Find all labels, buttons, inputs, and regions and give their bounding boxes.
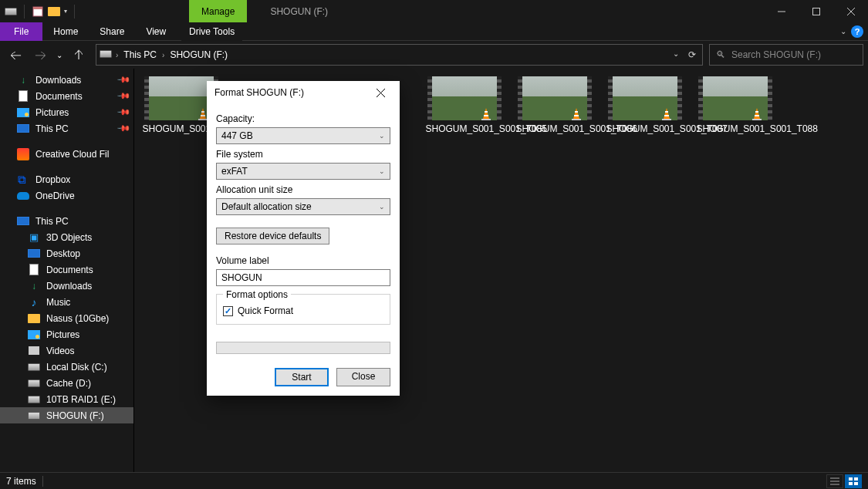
- separator: [24, 5, 25, 19]
- sidebar-location-item[interactable]: Pictures: [0, 326, 133, 342]
- svg-rect-25: [755, 115, 759, 116]
- volume-label-value: SHOGUN: [221, 272, 262, 283]
- format-options-group: Format options ✓ Quick Format: [216, 294, 390, 325]
- tab-view[interactable]: View: [135, 22, 177, 41]
- restore-defaults-button[interactable]: Restore device defaults: [216, 228, 329, 244]
- cloud-icon: [17, 190, 29, 202]
- tab-share[interactable]: Share: [89, 22, 135, 41]
- sidebar-location-item[interactable]: ♪Music: [0, 294, 133, 310]
- svg-rect-23: [752, 119, 762, 120]
- ribbon-collapse-icon[interactable]: ⌄: [840, 27, 846, 35]
- svg-marker-18: [664, 108, 670, 119]
- sidebar-item[interactable]: Creative Cloud Fil: [0, 146, 133, 162]
- back-button[interactable]: 🡠: [5, 44, 26, 66]
- close-button[interactable]: [833, 0, 868, 22]
- context-tab-manage[interactable]: Manage: [189, 0, 247, 22]
- quick-access-toolbar: ▾: [0, 0, 78, 22]
- pc-icon: [17, 215, 29, 228]
- sidebar-cloud-item[interactable]: OneDrive: [0, 187, 133, 204]
- music-icon: ♪: [28, 296, 40, 309]
- file-name: SHOGUM_S001_S001_T086: [516, 123, 593, 134]
- file-name: SHOGUM_S001_S001_T085: [426, 123, 503, 134]
- sidebar-location-item[interactable]: Local Disk (C:): [0, 359, 133, 375]
- minimize-button[interactable]: [764, 0, 799, 22]
- address-dropdown-icon[interactable]: ⌄: [673, 49, 679, 60]
- new-folder-icon[interactable]: [48, 5, 60, 18]
- sidebar-item-label: This PC: [35, 216, 69, 227]
- qat-dropdown-icon[interactable]: ▾: [64, 8, 67, 15]
- capacity-select[interactable]: 447 GB ⌄: [216, 127, 390, 144]
- quick-format-label: Quick Format: [238, 305, 293, 316]
- quick-format-checkbox[interactable]: ✓ Quick Format: [223, 305, 383, 316]
- drive-icon: [100, 49, 113, 60]
- sidebar-location-item[interactable]: 10TB RAID1 (E:): [0, 391, 133, 407]
- svg-rect-3: [812, 8, 819, 15]
- download-icon: ↓: [17, 74, 29, 86]
- drive-icon: [5, 5, 17, 18]
- sidebar-location-item[interactable]: Documents: [0, 261, 133, 278]
- sidebar-location-item[interactable]: Cache (D:): [0, 375, 133, 391]
- sidebar-location-item[interactable]: SHOGUN (F:): [0, 407, 133, 423]
- svg-marker-22: [754, 108, 760, 119]
- forward-button[interactable]: 🡢: [29, 44, 51, 66]
- refresh-icon[interactable]: ⟳: [688, 49, 696, 60]
- sidebar-location-item[interactable]: ↓Downloads: [0, 278, 133, 294]
- file-item[interactable]: SHOGUM_S001_S001_T088: [694, 76, 775, 134]
- filesystem-select[interactable]: exFAT ⌄: [216, 163, 390, 180]
- sidebar-location-item[interactable]: Videos: [0, 342, 133, 359]
- allocation-label: Allocation unit size: [216, 184, 390, 195]
- tab-drive-tools[interactable]: Drive Tools: [181, 22, 242, 41]
- maximize-button[interactable]: [799, 0, 833, 22]
- close-button[interactable]: Close: [336, 368, 390, 386]
- sidebar-location-item[interactable]: Nasus (10Gbe): [0, 310, 133, 326]
- svg-rect-32: [854, 482, 858, 485]
- address-bar[interactable]: › This PC › SHOGUN (F:) ⌄ ⟳: [96, 44, 703, 66]
- details-view-button[interactable]: [826, 474, 843, 488]
- video-thumbnail: [608, 76, 682, 120]
- search-box[interactable]: 🔍︎ Search SHOGUN (F:): [709, 44, 863, 66]
- tab-home[interactable]: Home: [42, 22, 89, 41]
- file-item[interactable]: SHOGUM_S001_S001_T086: [514, 76, 595, 134]
- sidebar-this-pc[interactable]: This PC: [0, 213, 133, 229]
- dialog-title-bar: Format SHOGUN (F:): [207, 81, 400, 104]
- chevron-down-icon: ⌄: [379, 167, 385, 175]
- status-bar: 7 items: [0, 472, 868, 489]
- file-item[interactable]: SHOGUM_S001_S001_T085: [424, 76, 505, 134]
- pin-icon: 📌: [116, 105, 130, 120]
- chevron-right-icon[interactable]: ›: [162, 51, 164, 59]
- crumb-this-pc[interactable]: This PC: [120, 49, 160, 60]
- cc-icon: [17, 148, 29, 160]
- svg-rect-11: [481, 119, 491, 120]
- sidebar-location-item[interactable]: Desktop: [0, 245, 133, 261]
- crumb-drive[interactable]: SHOGUN (F:): [167, 49, 231, 60]
- start-button[interactable]: Start: [275, 368, 329, 386]
- svg-rect-7: [198, 119, 208, 120]
- sidebar-item-label: Cache (D:): [46, 378, 91, 389]
- vlc-icon: [569, 106, 584, 122]
- sidebar-item-label: Local Disk (C:): [46, 362, 107, 373]
- sidebar-cloud-item[interactable]: ⧉Dropbox: [0, 171, 133, 187]
- pin-icon: 📌: [116, 89, 130, 103]
- properties-icon[interactable]: [32, 5, 44, 18]
- allocation-value: Default allocation size: [221, 201, 312, 212]
- up-button[interactable]: 🡡: [68, 44, 90, 66]
- help-icon[interactable]: ?: [851, 25, 863, 38]
- window-title: SHOGUN (F:): [270, 6, 328, 17]
- sidebar-quick-item[interactable]: Documents📌: [0, 88, 133, 104]
- thumbnails-view-button[interactable]: [845, 474, 862, 488]
- svg-rect-19: [662, 119, 671, 120]
- svg-rect-8: [201, 111, 204, 113]
- sidebar-quick-item[interactable]: This PC📌: [0, 120, 133, 137]
- recent-dropdown-icon[interactable]: ⌄: [54, 44, 65, 66]
- sidebar-quick-item[interactable]: ↓Downloads📌: [0, 72, 133, 88]
- chevron-right-icon[interactable]: ›: [116, 51, 118, 59]
- file-item[interactable]: SHOGUM_S001_S001_T087: [604, 76, 685, 134]
- volume-label-input[interactable]: SHOGUN: [216, 269, 390, 286]
- dialog-close-button[interactable]: [369, 81, 392, 104]
- volume-label-label: Volume label: [216, 255, 390, 266]
- separator: [74, 5, 75, 19]
- sidebar-quick-item[interactable]: Pictures📌: [0, 104, 133, 120]
- sidebar-location-item[interactable]: ▣3D Objects: [0, 229, 133, 245]
- file-tab[interactable]: File: [0, 22, 42, 41]
- allocation-select[interactable]: Default allocation size ⌄: [216, 198, 390, 215]
